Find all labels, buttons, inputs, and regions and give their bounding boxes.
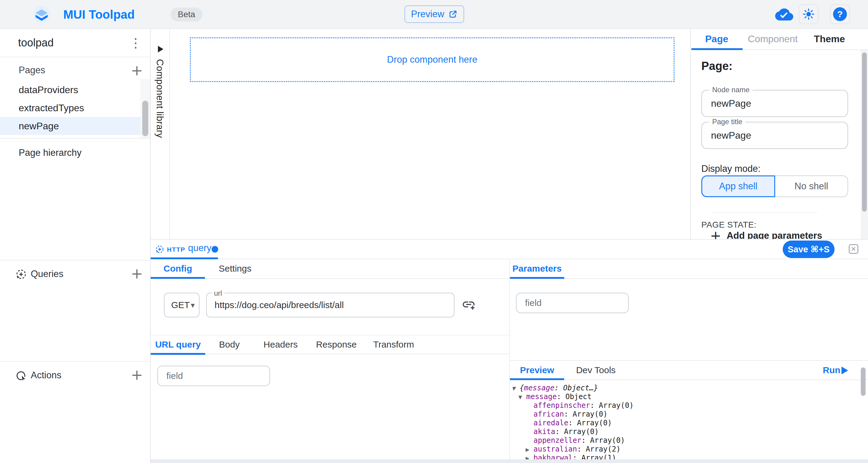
external-link-icon [448,10,458,19]
sidebar-item-dataproviders[interactable]: dataProviders [0,81,141,99]
tab-settings[interactable]: Settings [205,259,265,278]
json-tree-row[interactable]: affenpinscher: Array(0) [509,401,859,410]
add-action-button[interactable]: + [129,367,145,383]
plus-icon: + [710,230,721,239]
json-tree-row[interactable]: akita: Array(0) [509,427,859,436]
json-key: appenzeller [533,436,581,444]
node-name-input[interactable] [703,92,842,115]
json-tree-row[interactable]: african: Array(0) [509,410,859,419]
toggle-no-shell[interactable]: No shell [775,176,848,197]
page-canvas: Component library Drop component here [151,29,690,239]
page-title-input[interactable] [703,124,842,147]
actions-icon [15,370,27,381]
parameters-field-input[interactable] [518,294,620,312]
tab-body[interactable]: Body [205,336,253,353]
json-result-tree: ▼{message: Object…} ▼message: Object aff… [509,384,859,459]
app-title: MUI Toolpad [63,0,135,29]
project-menu-kebab-icon[interactable]: ⋮ [128,36,144,51]
http-method-select[interactable]: GET ▼ [164,293,199,317]
parameters-tab-bar: Parameters [509,259,868,279]
expander-icon[interactable]: ▶ [526,454,533,460]
tab-component[interactable]: Component [743,29,803,49]
result-tab-bar: Preview Dev Tools Run [509,360,868,380]
theme-toggle-button[interactable] [799,4,818,24]
help-button[interactable]: ? [830,4,850,24]
component-library-label: Component library [154,59,165,138]
tab-dev-tools[interactable]: Dev Tools [564,361,627,379]
tab-headers[interactable]: Headers [253,336,308,353]
page-state-label: PAGE STATE: [701,220,756,230]
add-page-button[interactable]: + [129,63,145,79]
url-query-field [157,366,270,386]
json-key: affenpinscher [533,401,590,410]
json-colon: : [568,419,577,427]
json-value: Array(0) [577,419,612,427]
json-tree-row[interactable]: ▶bakharwal: Array(1) [509,454,859,459]
sync-status-indicator [773,7,795,22]
tab-theme[interactable]: Theme [803,29,856,49]
preview-button[interactable]: Preview [404,5,464,23]
sidebar-item-extractedtypes[interactable]: extractedTypes [0,99,141,117]
url-input[interactable] [208,294,446,316]
beta-badge: Beta [170,7,203,22]
tab-transform[interactable]: Transform [365,336,422,353]
horizontal-scrollbar-track[interactable] [151,459,868,463]
json-tree-row[interactable]: ▼message: Object [509,393,859,401]
json-tree-row[interactable]: ▼{message: Object…} [509,384,859,393]
json-value: Array(0) [599,401,634,410]
divider [712,212,817,213]
json-value: Object [565,393,592,401]
page-hierarchy-item[interactable]: Page hierarchy [19,144,82,161]
unsaved-changes-dot [212,246,218,253]
active-tab-indicator [151,277,205,279]
expander-icon[interactable]: ▶ [526,445,533,454]
json-tree-row[interactable]: appenzeller: Array(0) [509,436,859,445]
tab-preview[interactable]: Preview [510,361,564,379]
bind-link-icon[interactable] [461,297,476,312]
json-colon: : [555,427,564,436]
tab-config[interactable]: Config [151,259,205,278]
json-colon: : [572,454,581,459]
json-key: airedale [533,419,568,427]
drop-zone-label: Drop component here [387,54,477,65]
toggle-app-shell-selected[interactable]: App shell [701,176,775,197]
expander-icon[interactable]: ▼ [518,393,526,402]
divider [0,361,150,362]
tab-parameters[interactable]: Parameters [510,259,564,278]
url-query-field-input[interactable] [159,367,261,385]
parameters-field [516,293,629,313]
http-query-icon [155,244,164,254]
node-name-field: Node name [701,90,848,117]
expand-panel-arrow-icon[interactable] [158,46,163,53]
json-key: message [526,393,557,401]
inspector-scrollbar-thumb[interactable] [862,53,867,212]
close-editor-icon[interactable]: × [849,244,858,254]
add-page-parameters-button[interactable]: + Add page parameters [710,230,822,239]
json-colon: : [564,410,572,419]
help-icon: ? [833,7,847,21]
pages-scrollbar-thumb[interactable] [142,101,148,136]
chevron-down-icon: ▼ [191,302,195,308]
tab-response[interactable]: Response [308,336,365,353]
preview-scrollbar-thumb[interactable] [861,367,866,396]
json-key: akita [533,427,555,436]
tab-url-query[interactable]: URL query [151,336,205,353]
display-mode-toggle: App shell No shell [701,176,848,197]
sidebar-item-newpage-selected[interactable]: newPage [0,117,141,135]
save-button[interactable]: Save ⌘+S [783,241,835,258]
tab-page[interactable]: Page [691,29,743,49]
run-button[interactable]: Run [823,361,840,379]
component-drop-zone[interactable]: Drop component here [190,37,675,82]
active-tab-indicator [510,378,564,380]
json-tree-row[interactable]: ▶australian: Array(2) [509,445,859,454]
play-icon[interactable] [841,367,848,374]
expander-icon[interactable]: ▼ [512,384,520,393]
json-value: Array(2) [586,445,621,453]
query-tab[interactable]: HTTP query [151,240,218,259]
add-query-button[interactable]: + [129,266,145,281]
query-editor-panel: HTTP query Save ⌘+S × Config Settings GE… [151,239,868,463]
json-tree-row[interactable]: airedale: Array(0) [509,419,859,427]
preview-button-label: Preview [411,9,444,20]
json-colon: : [577,445,586,453]
divider [0,138,150,138]
